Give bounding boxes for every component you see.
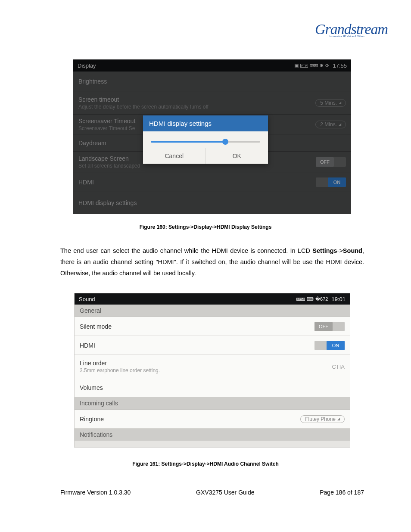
page-footer: Firmware Version 1.0.3.30 GXV3275 User G… xyxy=(60,489,364,496)
hdmi-audio-row[interactable]: HDMI ON xyxy=(75,336,350,355)
hdmi-icon: HDMI xyxy=(296,298,305,301)
brand-logo: Grandstream Innovative IP Voice & Video xyxy=(315,24,364,50)
silent-toggle[interactable]: OFF xyxy=(314,322,345,331)
sound-settings-screenshot: Sound HDMI ⌨ �672 19:01 General Silent m… xyxy=(74,293,350,448)
slider-thumb[interactable] xyxy=(222,139,228,145)
line-order-value: CTIA xyxy=(332,363,345,370)
brand-name: Grandstream xyxy=(315,24,364,35)
footer-guide-title: GXV3275 User Guide xyxy=(196,489,254,496)
row-label: Ringtone xyxy=(80,416,104,423)
clock: 19:01 xyxy=(331,296,346,302)
status-bar: Sound HDMI ⌨ �672 19:01 xyxy=(75,293,350,305)
dialog-body xyxy=(143,131,268,148)
silent-mode-row[interactable]: Silent mode OFF xyxy=(75,317,350,336)
settings-bold: Settings xyxy=(312,247,337,254)
row-subtitle: 3.5mm earphone line order setting. xyxy=(80,367,160,373)
chevron-down-icon: ◢ xyxy=(337,417,340,421)
volumes-row[interactable]: Volumes xyxy=(75,378,350,397)
ok-button[interactable]: OK xyxy=(206,148,268,164)
cancel-button[interactable]: Cancel xyxy=(143,148,206,164)
footer-page-number: Page 186 of 187 xyxy=(320,489,364,496)
row-label: Line order xyxy=(80,360,107,367)
arrow-text: -> xyxy=(337,247,343,254)
ringtone-dropdown[interactable]: Flutey Phone ◢ xyxy=(300,415,345,423)
ringtone-row[interactable]: Ringtone Flutey Phone ◢ xyxy=(75,410,350,429)
wifi-icon: �672 xyxy=(315,296,328,302)
section-incoming: Incoming calls xyxy=(75,397,350,410)
hdmi-audio-toggle[interactable]: ON xyxy=(314,341,345,350)
line-order-row[interactable]: Line order 3.5mm earphone line order set… xyxy=(75,355,350,378)
section-notifications: Notifications xyxy=(75,429,350,441)
status-icons: HDMI ⌨ �672 19:01 xyxy=(296,296,346,302)
sound-bold: Sound xyxy=(343,247,362,254)
toggle-state: ON xyxy=(327,341,345,350)
slider-fill xyxy=(151,141,225,143)
dialog-title: HDMI display settings xyxy=(143,115,268,131)
row-label: HDMI xyxy=(80,342,95,349)
hdmi-display-dialog: HDMI display settings Cancel OK xyxy=(143,115,268,164)
screen-title: Sound xyxy=(79,296,95,302)
dialog-buttons: Cancel OK xyxy=(143,148,268,164)
display-settings-screenshot: Display ▣ FTP HDMI ✱ ⟳ 17:55 Brightness … xyxy=(73,59,351,214)
figure-caption-161: Figure 161: Settings->Display->HDMI Audi… xyxy=(0,461,411,467)
hdmi-slider[interactable] xyxy=(151,141,260,143)
dropdown-value: Flutey Phone xyxy=(305,416,336,422)
footer-firmware: Firmware Version 1.0.3.30 xyxy=(60,489,131,496)
section-general: General xyxy=(75,305,350,317)
body-paragraph: The end user can select the audio channe… xyxy=(60,245,364,279)
row-label: Volumes xyxy=(80,384,103,391)
row-label: Silent mode xyxy=(80,323,112,330)
paragraph-text: The end user can select the audio channe… xyxy=(60,247,312,254)
figure-caption-160: Figure 160: Settings->Display->HDMI Disp… xyxy=(0,224,411,230)
toggle-state: OFF xyxy=(314,322,333,331)
keyboard-icon: ⌨ xyxy=(307,296,314,302)
